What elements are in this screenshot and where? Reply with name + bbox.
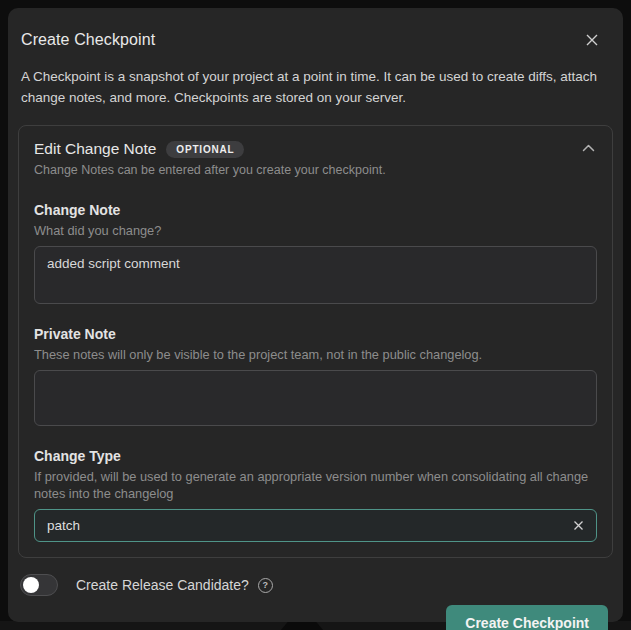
private-note-field-group: Private Note These notes will only be vi… xyxy=(34,326,597,426)
release-candidate-label: Create Release Candidate? xyxy=(76,577,249,593)
dialog-title: Create Checkpoint xyxy=(21,31,155,49)
change-type-hint: If provided, will be used to generate an… xyxy=(34,468,597,502)
card-title: Edit Change Note xyxy=(34,140,156,158)
page-background: Create Checkpoint A Checkpoint is a snap… xyxy=(0,0,631,630)
card-subtitle: Change Notes can be entered after you cr… xyxy=(34,163,597,177)
close-button[interactable] xyxy=(581,29,603,51)
change-note-field-group: Change Note What did you change? added s… xyxy=(34,202,597,304)
chevron-up-icon xyxy=(582,144,595,152)
private-note-label: Private Note xyxy=(34,326,597,342)
edit-change-note-card: Edit Change Note OPTIONAL Change Notes c… xyxy=(18,125,613,558)
change-type-field-group: Change Type If provided, will be used to… xyxy=(34,448,597,542)
change-note-label: Change Note xyxy=(34,202,597,218)
change-type-input[interactable] xyxy=(34,509,597,542)
card-header: Edit Change Note OPTIONAL xyxy=(34,140,597,158)
dialog-header: Create Checkpoint xyxy=(21,29,603,51)
optional-badge: OPTIONAL xyxy=(166,141,244,158)
change-type-label: Change Type xyxy=(34,448,597,464)
collapse-section-button[interactable] xyxy=(580,142,597,154)
change-note-hint: What did you change? xyxy=(34,222,597,239)
dialog-footer: Create Checkpoint xyxy=(8,605,608,630)
clear-x-icon xyxy=(573,520,584,531)
create-checkpoint-button[interactable]: Create Checkpoint xyxy=(446,605,608,630)
release-candidate-toggle[interactable] xyxy=(20,574,58,596)
help-circle-icon[interactable]: ? xyxy=(258,578,273,593)
dialog-description: A Checkpoint is a snapshot of your proje… xyxy=(21,66,607,108)
release-candidate-row: Create Release Candidate? ? xyxy=(20,574,609,596)
create-checkpoint-dialog: Create Checkpoint A Checkpoint is a snap… xyxy=(8,8,623,622)
private-note-hint: These notes will only be visible to the … xyxy=(34,346,597,363)
change-note-textarea[interactable]: added script comment xyxy=(34,246,597,304)
close-icon xyxy=(584,32,600,48)
toggle-knob xyxy=(23,577,39,593)
clear-change-type-button[interactable] xyxy=(568,516,588,536)
private-note-textarea[interactable] xyxy=(34,370,597,426)
